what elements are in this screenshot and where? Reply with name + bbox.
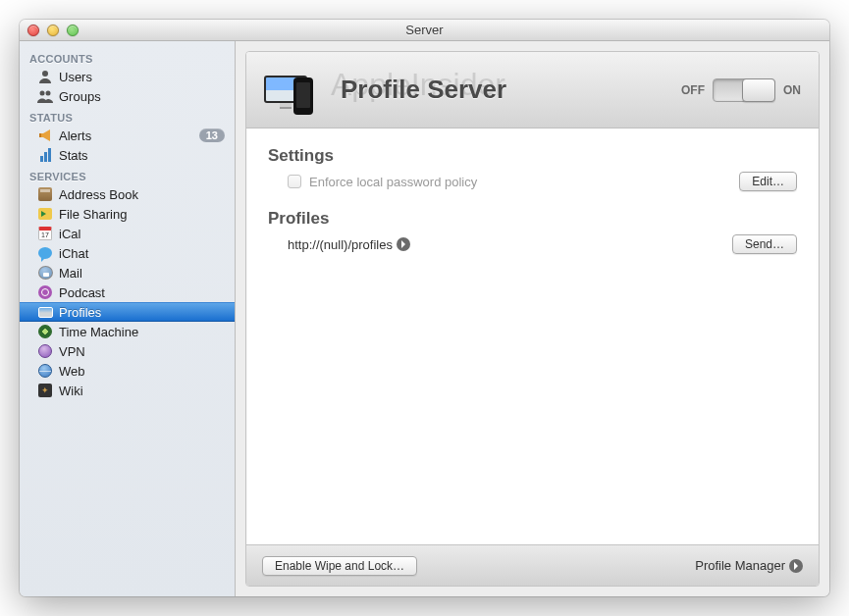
page-title: Profile Server	[341, 75, 667, 105]
profile-manager-link[interactable]: Profile Manager	[695, 558, 803, 573]
sidebar-item-label: Alerts	[59, 128, 91, 143]
titlebar: Server	[20, 20, 829, 41]
group-icon	[37, 88, 53, 104]
sidebar-item-vpn[interactable]: VPN	[20, 341, 235, 361]
panel-footer: Enable Wipe and Lock… Profile Manager	[246, 544, 819, 586]
profiles-heading: Profiles	[268, 209, 797, 229]
sidebar: ACCOUNTS Users Groups STATUS Alerts 13	[20, 41, 236, 596]
arrow-right-circle-icon	[789, 559, 803, 573]
book-icon	[37, 186, 53, 202]
sidebar-item-profiles[interactable]: Profiles	[20, 302, 235, 322]
panel-header: AppleInsider Profile Server OFF ON	[246, 52, 819, 128]
sidebar-item-label: File Sharing	[59, 207, 127, 222]
svg-point-2	[46, 91, 51, 96]
sidebar-item-label: Address Book	[59, 187, 138, 202]
enforce-checkbox[interactable]	[288, 175, 301, 188]
sidebar-item-podcast[interactable]: Podcast	[20, 282, 235, 302]
sidebar-item-ichat[interactable]: iChat	[20, 243, 235, 263]
svg-point-0	[42, 71, 48, 77]
sidebar-item-addressbook[interactable]: Address Book	[20, 184, 235, 204]
vpn-icon	[37, 343, 53, 359]
devices-icon	[264, 66, 327, 115]
service-toggle-group: OFF ON	[681, 78, 801, 102]
sidebar-item-alerts[interactable]: Alerts 13	[20, 126, 235, 145]
content-area: AppleInsider Profile Server OFF ON Setti…	[236, 41, 829, 596]
toggle-on-label: ON	[783, 83, 801, 97]
profiles-url: http://(null)/profiles	[288, 237, 393, 252]
service-toggle[interactable]	[713, 78, 775, 102]
sidebar-item-web[interactable]: Web	[20, 361, 235, 381]
sidebar-item-label: VPN	[59, 344, 85, 359]
sidebar-item-label: Users	[59, 70, 92, 84]
stamp-icon	[37, 265, 53, 281]
wiki-icon	[37, 383, 53, 398]
sidebar-item-label: iCal	[59, 227, 80, 241]
folder-share-icon	[37, 206, 53, 222]
calendar-icon: 17	[37, 226, 53, 241]
podcast-icon	[37, 284, 53, 300]
server-window: Server ACCOUNTS Users Groups STATUS	[20, 20, 829, 596]
edit-button[interactable]: Edit…	[739, 172, 797, 191]
person-icon	[37, 69, 53, 84]
enforce-row: Enforce local password policy	[288, 175, 477, 189]
service-panel: AppleInsider Profile Server OFF ON Setti…	[245, 51, 820, 587]
sidebar-item-label: Groups	[59, 89, 101, 104]
enforce-label: Enforce local password policy	[309, 175, 477, 189]
profiles-icon	[37, 304, 53, 320]
sidebar-item-label: iChat	[59, 246, 88, 261]
settings-heading: Settings	[268, 146, 797, 166]
send-button[interactable]: Send…	[732, 234, 797, 254]
sidebar-item-timemachine[interactable]: Time Machine	[20, 322, 235, 341]
toggle-off-label: OFF	[681, 83, 705, 97]
sidebar-item-label: Profiles	[59, 305, 101, 320]
section-header-accounts: ACCOUNTS	[20, 47, 235, 67]
profiles-url-row[interactable]: http://(null)/profiles	[288, 237, 410, 252]
profile-manager-label: Profile Manager	[695, 558, 785, 573]
chat-icon	[37, 245, 53, 261]
sidebar-item-label: Wiki	[59, 384, 83, 398]
sidebar-item-label: Web	[59, 364, 85, 379]
panel-body: Settings Enforce local password policy E…	[246, 128, 819, 544]
megaphone-icon	[37, 128, 53, 143]
timemachine-icon	[37, 324, 53, 339]
globe-icon	[37, 363, 53, 379]
sidebar-item-label: Podcast	[59, 285, 105, 300]
sidebar-item-stats[interactable]: Stats	[20, 145, 235, 165]
section-header-services: SERVICES	[20, 165, 235, 184]
enable-wipe-lock-button[interactable]: Enable Wipe and Lock…	[262, 556, 417, 576]
sidebar-item-users[interactable]: Users	[20, 67, 235, 86]
sidebar-item-label: Stats	[59, 148, 88, 163]
sidebar-item-wiki[interactable]: Wiki	[20, 381, 235, 400]
sidebar-item-filesharing[interactable]: File Sharing	[20, 204, 235, 224]
sidebar-item-label: Time Machine	[59, 325, 138, 339]
sidebar-item-label: Mail	[59, 266, 82, 281]
section-header-status: STATUS	[20, 106, 235, 126]
bars-icon	[37, 147, 53, 163]
sidebar-item-ical[interactable]: 17 iCal	[20, 224, 235, 243]
svg-point-1	[40, 91, 45, 96]
arrow-right-circle-icon	[397, 237, 410, 251]
window-title: Server	[20, 23, 829, 37]
alerts-badge: 13	[199, 128, 225, 142]
sidebar-item-groups[interactable]: Groups	[20, 86, 235, 106]
sidebar-item-mail[interactable]: Mail	[20, 263, 235, 282]
